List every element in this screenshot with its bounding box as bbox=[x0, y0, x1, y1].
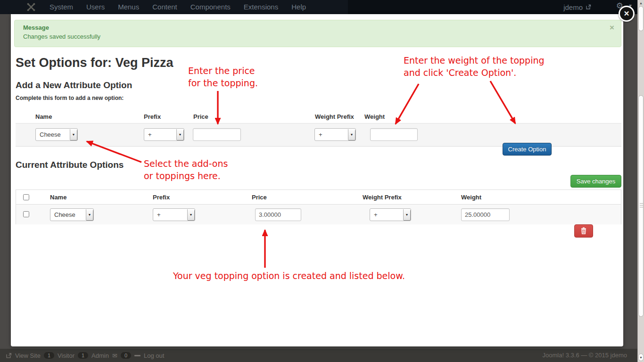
logout-link[interactable]: Log out bbox=[144, 352, 164, 359]
joomla-logo-icon[interactable] bbox=[26, 2, 36, 12]
nav-item-users[interactable]: Users bbox=[80, 0, 111, 14]
create-option-button[interactable]: Create Option bbox=[503, 143, 552, 156]
scroll-down-icon[interactable]: ▼ bbox=[638, 354, 644, 361]
message-body: Changes saved successfully bbox=[23, 33, 100, 40]
message-title: Message bbox=[23, 24, 49, 31]
message-dismiss-icon[interactable]: × bbox=[610, 23, 614, 33]
col-price: Price bbox=[193, 113, 208, 120]
col-weight: Weight bbox=[461, 194, 481, 201]
row-weight-prefix-select[interactable]: + ▼ bbox=[370, 208, 411, 221]
status-bar: View Site 1 Visitor 1 Admin ✉ 0 Log out … bbox=[0, 349, 644, 362]
add-form-header-row: Name Prefix Price Weight Prefix Weight bbox=[16, 109, 621, 123]
price-input[interactable] bbox=[193, 128, 241, 141]
add-option-form: Name Prefix Price Weight Prefix Weight C… bbox=[16, 109, 621, 161]
envelope-icon: ✉ bbox=[112, 352, 117, 359]
row-price-input[interactable] bbox=[255, 208, 301, 221]
view-site-link[interactable]: View Site bbox=[15, 352, 41, 359]
nav-item-help[interactable]: Help bbox=[285, 0, 313, 14]
add-section-hint: Complete this form to add a new option: bbox=[16, 95, 124, 101]
col-weight-prefix: Weight Prefix bbox=[315, 113, 354, 120]
nav-item-content[interactable]: Content bbox=[146, 0, 184, 14]
annotation-created: Your veg topping option is created and l… bbox=[173, 270, 405, 282]
scrollbar-thumb-top[interactable] bbox=[638, 6, 644, 31]
row-weight-input[interactable] bbox=[461, 208, 510, 221]
select-caret-icon: ▼ bbox=[403, 209, 410, 220]
nav-item-components[interactable]: Components bbox=[184, 0, 237, 14]
footer-version: Joomla! 3.3.6 — © 2015 jdemo bbox=[543, 352, 627, 359]
admin-label: Admin bbox=[91, 352, 109, 359]
screen: System Users Menus Content Components Ex… bbox=[0, 0, 644, 362]
annotation-price: Enter the price for the topping. bbox=[188, 65, 258, 89]
add-section-title: Add a New Attribute Option bbox=[16, 80, 132, 90]
nav-item-extensions[interactable]: Extensions bbox=[237, 0, 285, 14]
select-caret-icon: ▼ bbox=[187, 209, 194, 220]
annotation-select: Select the add-ons or toppings here. bbox=[144, 157, 228, 182]
row-prefix-select[interactable]: + ▼ bbox=[153, 208, 195, 221]
logout-dash-icon bbox=[134, 355, 140, 356]
current-options-table: Name Prefix Price Weight Prefix Weight C… bbox=[16, 189, 621, 224]
col-name: Name bbox=[35, 113, 52, 120]
name-select[interactable]: Cheese ▼ bbox=[35, 128, 78, 141]
current-section-title: Current Attribute Options bbox=[16, 160, 124, 170]
view-site-icon bbox=[6, 353, 12, 359]
col-weight: Weight bbox=[364, 113, 385, 120]
admin-navbar: System Users Menus Content Components Ex… bbox=[0, 0, 644, 14]
scrollbar[interactable]: ▲ ▼ bbox=[637, 0, 644, 362]
col-name: Name bbox=[50, 194, 66, 201]
page-title: Set Options for: Veg Pizza bbox=[16, 56, 173, 70]
scrollbar-thumb-main[interactable] bbox=[638, 95, 644, 317]
select-all-checkbox[interactable] bbox=[23, 194, 29, 200]
table-row: Cheese ▼ + ▼ + ▼ bbox=[16, 205, 621, 224]
weight-input[interactable] bbox=[370, 128, 418, 141]
admin-count-badge[interactable]: 1 bbox=[78, 352, 88, 359]
row-name-select[interactable]: Cheese ▼ bbox=[50, 208, 94, 221]
col-prefix: Prefix bbox=[153, 194, 170, 201]
select-caret-icon: ▼ bbox=[86, 209, 93, 220]
annotation-weight: Enter the weight of the topping and clic… bbox=[404, 54, 545, 79]
select-caret-icon: ▼ bbox=[176, 129, 183, 140]
set-options-modal: Message Changes saved successfully × Set… bbox=[11, 14, 623, 346]
nav-user-label: jdemo bbox=[563, 3, 583, 11]
nav-user-menu[interactable]: jdemo bbox=[563, 0, 591, 14]
row-checkbox[interactable] bbox=[23, 211, 29, 217]
external-link-icon bbox=[586, 4, 591, 10]
visitor-count-badge[interactable]: 1 bbox=[44, 352, 54, 359]
scroll-up-icon[interactable]: ▲ bbox=[638, 1, 644, 5]
weight-prefix-select[interactable]: + ▼ bbox=[314, 128, 356, 141]
nav-item-menus[interactable]: Menus bbox=[111, 0, 146, 14]
select-caret-icon: ▼ bbox=[348, 129, 355, 140]
success-message: Message Changes saved successfully × bbox=[14, 20, 621, 47]
select-caret-icon: ▼ bbox=[70, 129, 77, 140]
col-prefix: Prefix bbox=[144, 113, 161, 120]
col-weight-prefix: Weight Prefix bbox=[363, 194, 402, 201]
save-changes-button[interactable]: Save changes bbox=[570, 175, 621, 188]
prefix-select[interactable]: + ▼ bbox=[144, 128, 184, 141]
nav-item-system[interactable]: System bbox=[43, 0, 80, 14]
message-count-badge[interactable]: 0 bbox=[121, 352, 131, 359]
trash-icon bbox=[580, 227, 587, 234]
col-price: Price bbox=[252, 194, 267, 201]
delete-option-button[interactable] bbox=[574, 224, 593, 238]
add-form-body-row: Cheese ▼ + ▼ + ▼ Create Option bbox=[16, 123, 621, 147]
table-header-row: Name Prefix Price Weight Prefix Weight bbox=[16, 190, 621, 205]
modal-close-button[interactable]: ✕ bbox=[619, 6, 635, 22]
visitor-label: Visitor bbox=[58, 352, 74, 359]
